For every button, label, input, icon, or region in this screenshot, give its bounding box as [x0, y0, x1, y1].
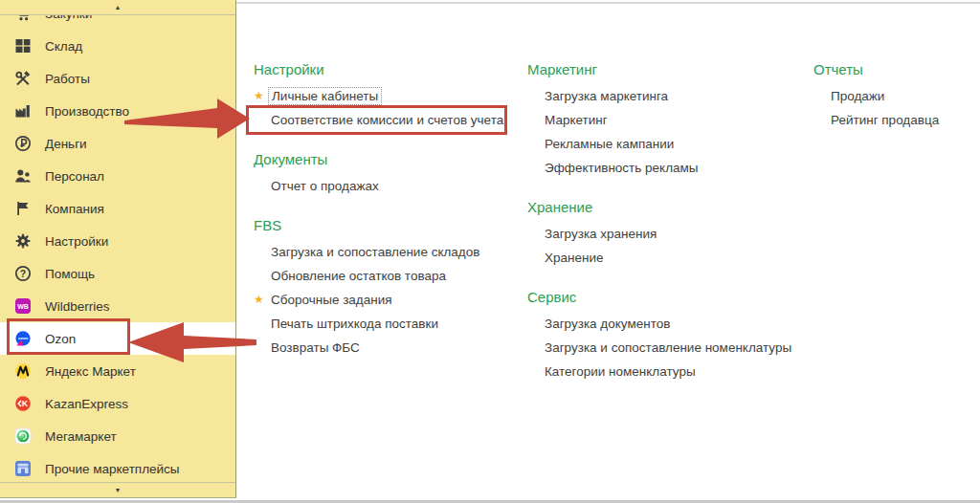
sidebar-item-megamarket[interactable]: Мегамаркет [0, 420, 235, 452]
menu-link-pechat-shtrihkoda-postavki[interactable]: Печать штрихкода поставки [254, 312, 526, 336]
sidebar-item-sklad[interactable]: Склад [0, 30, 235, 62]
section-title-otchety: Отчеты [813, 55, 980, 84]
sidebar-item-label: Деньги [45, 137, 87, 151]
ozon-icon: ozon [13, 329, 33, 348]
sidebar-item-dengi[interactable]: Деньги [0, 127, 235, 160]
help-icon: ? [13, 264, 33, 283]
sidebar-item-label: Ozon [45, 332, 76, 346]
menu-link-label: Эффективность рекламы [545, 161, 699, 175]
menu-link-prodazhi[interactable]: Продажи [813, 84, 980, 108]
sidebar-item-ozon[interactable]: ozonOzon [0, 322, 235, 355]
people-icon [13, 166, 33, 186]
menu-link-zagruzka-dokumentov[interactable]: Загрузка документов [527, 312, 814, 336]
menu-link-sootvetstvie-komissii-i-schetov-ucheta[interactable]: Соответствие комиссии и счетов учета [254, 108, 526, 132]
sidebar-item-label: Wildberries [45, 299, 110, 314]
svg-text:ozon: ozon [18, 336, 29, 340]
favorite-star-icon[interactable]: ★ [254, 288, 264, 312]
yandex-market-icon [13, 361, 33, 381]
gear-icon [13, 231, 33, 251]
sidebar-item-label: Компания [45, 202, 104, 216]
megamarket-icon [13, 426, 33, 446]
content-area: Настройки★Личные кабинетыСоответствие ко… [236, 0, 980, 503]
tools-icon [13, 69, 33, 88]
sidebar-item-label: Персонал [45, 169, 104, 184]
content-column-3: ОтчетыПродажиРейтинг продавца [813, 55, 980, 145]
sidebar-item-label: Работы [45, 72, 90, 86]
menu-link-sborochnye-zadaniya[interactable]: ★Сборочные задания [254, 288, 526, 312]
sidebar-item-nastroyki[interactable]: Настройки [0, 225, 235, 257]
sidebar-item-proizvodstvo[interactable]: Производство [0, 95, 235, 127]
menu-link-label: Маркетинг [545, 113, 608, 127]
sidebar-item-personal[interactable]: Персонал [0, 160, 235, 192]
menu-link-label: Загрузка хранения [545, 227, 657, 241]
sidebar-item-label: Помощь [45, 267, 95, 281]
section-title-marketing: Маркетинг [527, 55, 814, 84]
sidebar-item-raboty[interactable]: Работы [0, 62, 235, 95]
ruble-icon [13, 134, 33, 153]
section-fbs: FBSЗагрузка и сопоставление складовОбнов… [254, 211, 526, 360]
menu-link-label: Рекламные кампании [545, 137, 674, 151]
sidebar-scroll-down-button[interactable]: ▼ [0, 482, 235, 497]
menu-link-vozvraty-fbs[interactable]: Возвраты ФБС [254, 336, 526, 360]
section-title-nastroyki: Настройки [254, 55, 526, 84]
menu-link-obnovlenie-ostatkov-tovara[interactable]: Обновление остатков товара [254, 264, 526, 288]
factory-icon [13, 101, 33, 120]
sidebar: ЗакупкиСкладРаботыПроизводствоДеньгиПерс… [0, 0, 236, 498]
section-hranenie: ХранениеЗагрузка храненияХранение [527, 193, 814, 270]
sidebar-item-label: Прочие маркетплейсы [45, 462, 180, 476]
menu-link-hranenie-item[interactable]: Хранение [527, 246, 814, 270]
menu-link-label: Рейтинг продавца [831, 113, 939, 127]
content-column-2: МаркетингЗагрузка маркетингаМаркетингРек… [527, 55, 814, 397]
scroll-down-icon: ▼ [115, 487, 122, 493]
menu-link-zagruzka-marketinga[interactable]: Загрузка маркетинга [527, 84, 814, 108]
menu-link-label: Категории номенклатуры [545, 364, 696, 379]
section-title-fbs: FBS [254, 211, 526, 240]
menu-link-reklamnye-kampanii[interactable]: Рекламные кампании [527, 132, 814, 156]
sidebar-item-yandex-market[interactable]: Яндекс Маркет [0, 355, 235, 387]
menu-link-otchet-o-prodazhah[interactable]: Отчет о продажах [254, 174, 526, 198]
content-column-1: Настройки★Личные кабинетыСоответствие ко… [254, 55, 526, 373]
menu-link-label: Продажи [831, 89, 884, 103]
menu-link-zagruzka-hraneniya[interactable]: Загрузка хранения [527, 222, 814, 246]
menu-link-label: Сборочные задания [271, 293, 392, 307]
menu-link-effektivnost-reklamy[interactable]: Эффективность рекламы [527, 156, 814, 180]
favorite-star-icon[interactable]: ★ [254, 84, 264, 108]
scroll-up-icon: ▲ [115, 4, 122, 11]
sidebar-item-pomosch[interactable]: ?Помощь [0, 257, 235, 290]
app-window: ЗакупкиСкладРаботыПроизводствоДеньгиПерс… [0, 0, 980, 503]
menu-link-label: Печать штрихкода поставки [271, 317, 438, 331]
wildberries-icon: WB [13, 296, 33, 316]
kazanexpress-icon: K [13, 394, 33, 413]
section-title-hranenie: Хранение [527, 193, 814, 222]
menu-link-label: Загрузка документов [545, 317, 670, 331]
sidebar-item-label: Мегамаркет [45, 429, 117, 444]
menu-link-reyting-prodavtsa[interactable]: Рейтинг продавца [813, 108, 980, 132]
warehouse-icon [13, 36, 33, 55]
sidebar-scroll-up-button[interactable]: ▲ [0, 0, 235, 15]
menu-link-lichnye-kabinety[interactable]: ★Личные кабинеты [254, 84, 526, 108]
menu-link-label: Отчет о продажах [271, 179, 379, 193]
sidebar-item-prochie-marketpleysy[interactable]: Прочие маркетплейсы [0, 452, 235, 485]
menu-link-zagruzka-i-sopostavlenie-nomenklatury[interactable]: Загрузка и сопоставление номенклатуры [527, 336, 814, 360]
sidebar-item-wildberries[interactable]: WBWildberries [0, 290, 235, 322]
menu-link-label: Загрузка и сопоставление складов [271, 245, 479, 259]
section-title-servis: Сервис [527, 283, 814, 312]
section-nastroyki: Настройки★Личные кабинетыСоответствие ко… [254, 55, 526, 132]
section-otchety: ОтчетыПродажиРейтинг продавца [813, 55, 980, 132]
menu-link-label: Обновление остатков товара [271, 269, 446, 283]
menu-link-kategorii-nomenklatury[interactable]: Категории номенклатуры [527, 360, 814, 383]
sidebar-item-label: Производство [45, 104, 129, 119]
menu-link-label: Загрузка и сопоставление номенклатуры [545, 340, 791, 355]
sidebar-item-label: Настройки [45, 234, 108, 249]
section-servis: СервисЗагрузка документовЗагрузка и сопо… [527, 283, 814, 383]
sidebar-item-kompaniya[interactable]: Компания [0, 192, 235, 225]
menu-link-marketing-item[interactable]: Маркетинг [527, 108, 814, 132]
sidebar-item-kazanexpress[interactable]: KKazanExpress [0, 387, 235, 420]
menu-link-zagruzka-i-sopostavlenie-skladov[interactable]: Загрузка и сопоставление складов [254, 240, 526, 264]
content-top-divider [236, 2, 980, 4]
sidebar-item-label: KazanExpress [45, 397, 128, 411]
section-dokumenty: ДокументыОтчет о продажах [254, 145, 526, 198]
section-marketing: МаркетингЗагрузка маркетингаМаркетингРек… [527, 55, 814, 180]
menu-link-label: Загрузка маркетинга [545, 89, 668, 103]
sidebar-item-label: Склад [45, 39, 82, 54]
